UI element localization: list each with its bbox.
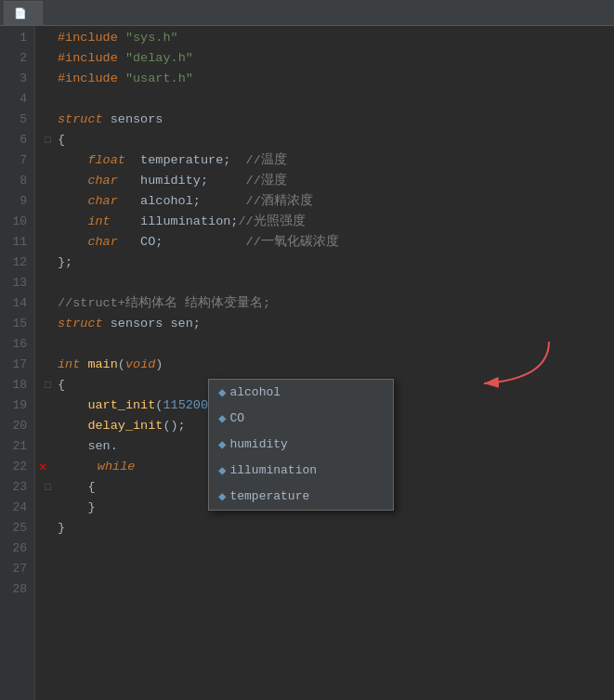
fold-gutter-18[interactable]: □ (45, 375, 58, 395)
editor-container: 1234567891011121314151617181920212223242… (0, 26, 614, 700)
token-kw-char: char (87, 171, 117, 191)
fold-gutter-24 (45, 498, 58, 518)
token-plain: }; (58, 253, 72, 273)
fold-gutter-28 (45, 579, 58, 600)
fold-gutter-4 (45, 89, 58, 110)
token-kw-char: char (87, 232, 117, 253)
line-number-18: 18 (7, 375, 27, 395)
token-comment: //酒精浓度 (246, 191, 313, 212)
autocomplete-dot-icon: ◆ (218, 434, 226, 455)
token-plain: { (58, 477, 96, 498)
code-area[interactable]: #include "sys.h" #include "delay.h" #inc… (35, 26, 614, 700)
error-marker: ✕ (39, 457, 46, 477)
line-number-28: 28 (7, 579, 27, 600)
autocomplete-item-alcohol[interactable]: ◆alcohol (209, 380, 393, 406)
line-number-22: 22 (7, 457, 27, 477)
line-number-2: 2 (7, 48, 27, 69)
token-kw-include: #include (58, 69, 118, 89)
token-plain: ( (155, 395, 163, 416)
autocomplete-dot-icon: ◆ (218, 486, 226, 507)
line-number-6: 6 (7, 130, 27, 150)
autocomplete-item-CO[interactable]: ◆CO (209, 406, 393, 432)
autocomplete-item-illumination[interactable]: ◆illumination (209, 458, 393, 484)
fold-gutter-25 (45, 518, 58, 538)
fold-gutter-3 (45, 69, 58, 89)
token-comment: //湿度 (246, 171, 287, 191)
token-plain: CO; (118, 232, 246, 253)
token-kw-include: #include (58, 48, 118, 69)
fold-gutter-26 (45, 538, 58, 559)
token-comment: //光照强度 (238, 212, 305, 232)
fold-gutter-16 (45, 334, 58, 355)
token-comment: //一氧化碳浓度 (246, 232, 339, 253)
token-plain: { (58, 375, 65, 395)
token-plain: } (58, 498, 96, 518)
line-number-15: 15 (7, 314, 27, 334)
token-plain: { (58, 130, 65, 150)
token-plain: sen. (58, 436, 118, 457)
autocomplete-label-alcohol: alcohol (229, 382, 281, 403)
fold-gutter-12 (45, 253, 58, 273)
line-number-26: 26 (7, 538, 27, 559)
code-line-11: char CO; //一氧化碳浓度 (45, 232, 614, 253)
token-plain: illumination; (111, 212, 239, 232)
token-plain (58, 150, 87, 171)
code-line-4 (45, 89, 614, 110)
token-plain: (); (163, 416, 185, 436)
fold-gutter-14 (45, 293, 58, 314)
token-kw-struct: struct (58, 110, 103, 130)
code-line-17: int main(void) (45, 355, 614, 375)
fold-gutter-22 (54, 457, 67, 477)
line-number-10: 10 (7, 212, 27, 232)
line-number-8: 8 (7, 171, 27, 191)
fold-gutter-9 (45, 191, 58, 212)
code-line-9: char alcohol; //酒精浓度 (45, 191, 614, 212)
fold-gutter-6[interactable]: □ (45, 130, 58, 150)
token-plain (58, 171, 87, 191)
code-line-10: int illumination;//光照强度 (45, 212, 614, 232)
token-plain (118, 28, 125, 48)
token-plain (80, 355, 87, 375)
token-comment: //struct+结构体名 结构体变量名; (58, 293, 270, 314)
fold-gutter-2 (45, 48, 58, 69)
token-kw-while: whi (98, 457, 120, 477)
token-plain: temperature; (125, 150, 246, 171)
line-number-5: 5 (7, 110, 27, 130)
autocomplete-item-temperature[interactable]: ◆temperature (209, 484, 393, 510)
token-plain (118, 69, 125, 89)
token-kw-void: void (125, 355, 155, 375)
fold-gutter-23[interactable]: □ (45, 477, 58, 498)
tab-main-c[interactable]: 📄 (4, 1, 43, 25)
fold-gutter-1 (45, 28, 58, 48)
autocomplete-item-humidity[interactable]: ◆humidity (209, 432, 393, 458)
token-plain (58, 232, 87, 253)
line-number-13: 13 (7, 273, 27, 293)
line-number-1: 1 (7, 28, 27, 48)
line-number-4: 4 (7, 89, 27, 110)
autocomplete-label-illumination: illumination (229, 460, 317, 481)
code-line-16 (45, 334, 614, 355)
autocomplete-label-CO: CO (229, 408, 244, 429)
code-line-13 (45, 273, 614, 293)
line-number-12: 12 (7, 253, 27, 273)
token-kw-include: #include (58, 28, 118, 48)
code-line-26 (45, 538, 614, 559)
token-kw-int: int (87, 212, 110, 232)
fold-gutter-5 (45, 110, 58, 130)
line-number-7: 7 (7, 150, 27, 171)
token-fn-name: delay_init (87, 416, 163, 436)
token-fn-name: main (87, 355, 117, 375)
token-num-literal: 115200 (163, 395, 208, 416)
autocomplete-label-temperature: temperature (229, 486, 309, 507)
token-kw-char: char (87, 191, 117, 212)
autocomplete-dot-icon: ◆ (218, 408, 226, 429)
code-line-7: float temperature; //温度 (45, 150, 614, 171)
autocomplete-dot-icon: ◆ (218, 382, 226, 403)
code-line-5: struct sensors (45, 110, 614, 130)
fold-gutter-13 (45, 273, 58, 293)
code-line-1: #include "sys.h" (45, 28, 614, 48)
token-plain (58, 191, 87, 212)
line-number-24: 24 (7, 498, 27, 518)
token-kw-float: float (87, 150, 125, 171)
token-plain: humidity; (118, 171, 246, 191)
